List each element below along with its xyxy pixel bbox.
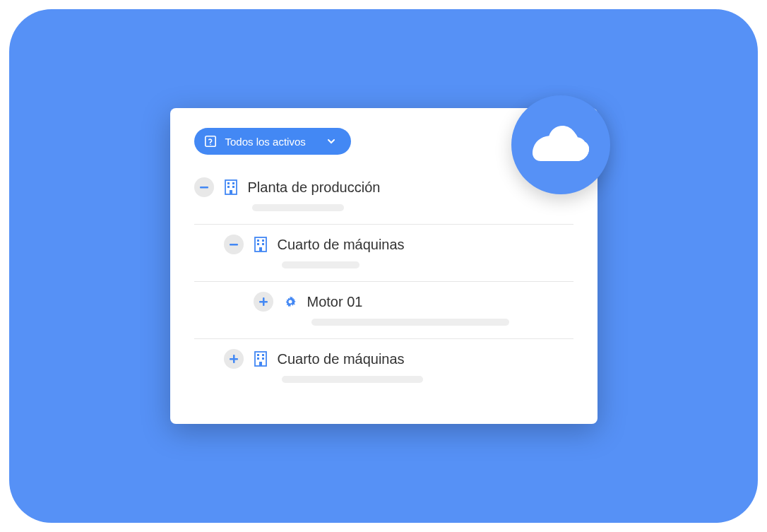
svg-point-5 xyxy=(210,144,210,145)
svg-rect-3 xyxy=(545,149,582,162)
svg-rect-9 xyxy=(232,182,234,184)
svg-rect-25 xyxy=(233,355,235,363)
assets-filter-dropdown[interactable]: Todos los activos xyxy=(194,128,351,155)
placeholder-bar xyxy=(282,261,359,268)
collapse-toggle[interactable] xyxy=(194,177,214,197)
collapse-toggle[interactable] xyxy=(224,235,244,254)
svg-rect-16 xyxy=(262,240,264,242)
placeholder-bar xyxy=(311,319,509,326)
tree-item[interactable]: Planta de producción xyxy=(194,167,573,224)
svg-rect-29 xyxy=(257,357,259,360)
tree-item[interactable]: Motor 01 xyxy=(254,282,573,338)
assets-card: Todos los activos xyxy=(170,108,597,424)
building-icon xyxy=(254,237,268,252)
cloud-icon xyxy=(533,125,589,165)
svg-rect-27 xyxy=(257,354,259,356)
svg-rect-12 xyxy=(230,190,232,194)
background-panel: Todos los activos xyxy=(9,9,758,523)
tree-item-label: Motor 01 xyxy=(307,294,363,310)
svg-rect-6 xyxy=(200,187,208,189)
svg-rect-8 xyxy=(227,182,230,184)
svg-rect-30 xyxy=(262,357,264,360)
dropdown-label: Todos los activos xyxy=(225,136,306,148)
tree-item[interactable]: Cuarto de máquinas xyxy=(224,225,573,281)
expand-toggle[interactable] xyxy=(224,349,244,369)
asset-tree: Planta de producción xyxy=(194,167,573,396)
gear-icon xyxy=(283,295,297,309)
svg-rect-10 xyxy=(227,186,230,188)
building-icon xyxy=(254,352,268,366)
svg-rect-19 xyxy=(259,247,262,252)
placeholder-bar xyxy=(282,376,423,383)
svg-rect-13 xyxy=(230,244,238,246)
expand-toggle[interactable] xyxy=(254,292,273,312)
help-icon xyxy=(204,135,217,148)
svg-point-23 xyxy=(288,300,292,304)
cloud-badge xyxy=(511,95,610,194)
tree-item-label: Cuarto de máquinas xyxy=(278,237,405,253)
building-icon xyxy=(224,180,238,194)
chevron-down-icon xyxy=(327,138,335,144)
tree-item-label: Cuarto de máquinas xyxy=(278,351,405,367)
svg-rect-11 xyxy=(232,186,234,188)
svg-rect-17 xyxy=(257,243,259,245)
svg-rect-31 xyxy=(259,362,262,366)
tree-item-label: Planta de producción xyxy=(248,179,381,196)
tree-item[interactable]: Cuarto de máquinas xyxy=(224,339,573,396)
svg-rect-18 xyxy=(262,243,264,245)
svg-rect-28 xyxy=(262,354,264,356)
svg-rect-21 xyxy=(263,297,265,306)
placeholder-bar xyxy=(252,204,344,211)
svg-rect-15 xyxy=(257,240,259,242)
